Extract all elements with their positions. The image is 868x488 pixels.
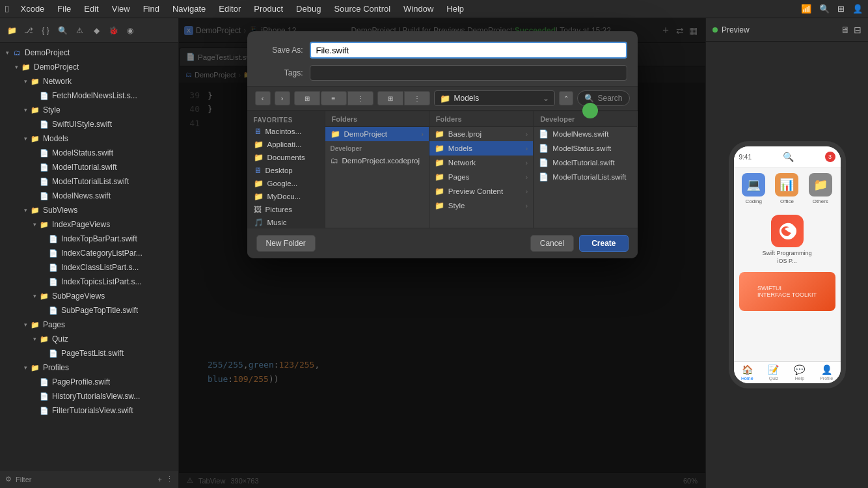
icon-view-button[interactable]: ⊞ [294, 91, 320, 105]
filename-input[interactable] [310, 42, 627, 59]
layout-icon[interactable]: ⊟ [854, 25, 861, 35]
sidebar-item-profiles[interactable]: ▾ 📁 Profiles [0, 360, 178, 375]
menu-help[interactable]: Help [441, 3, 469, 15]
sort-icon[interactable]: ⋮ [166, 475, 173, 483]
sidebar-item-quiz[interactable]: ▾ 📁 Quiz [0, 332, 178, 346]
search-icon[interactable]: 🔍 [819, 4, 830, 14]
location-selector[interactable]: 📁 Models ⌄ [434, 90, 556, 106]
location-label: Models [454, 94, 480, 103]
cancel-button[interactable]: Cancel [530, 235, 574, 252]
add-icon[interactable]: + [158, 476, 162, 483]
browser-item-documents[interactable]: 📁 Documents [247, 151, 325, 164]
new-folder-button[interactable]: New Folder [256, 235, 316, 252]
browser-file-modeltutorial[interactable]: 📄 ModelTutorial.swift [534, 156, 637, 170]
menu-xcode[interactable]: Xcode [15, 3, 49, 15]
source-control-icon[interactable]: ⎇ [22, 24, 35, 37]
sidebar-item-subviews[interactable]: ▾ 📁 SubViews [0, 203, 178, 217]
tags-input[interactable] [310, 65, 627, 81]
breakpoint-icon[interactable]: ◉ [124, 24, 137, 37]
device-icon[interactable]: 🖥 [841, 25, 850, 35]
dialog-browser: Favorites 🖥 Macintos... 📁 Applicati... 📁… [247, 111, 638, 228]
sidebar-item-subpagetop[interactable]: 📄 SubPageTopTitle.swift [0, 303, 178, 318]
search-icon[interactable]: 🔍 [56, 24, 69, 37]
file-icon: 📄 [48, 234, 59, 244]
folder-icon: 📁 [39, 219, 49, 230]
sidebar-item-modelstatus[interactable]: 📄 ModelStatus.swift [0, 146, 178, 160]
browser-file-modeltutoriallist[interactable]: 📄 ModelTutorialList.swift [534, 170, 637, 184]
menu-source-control[interactable]: Source Control [329, 3, 396, 15]
back-button[interactable]: ‹ [255, 91, 271, 105]
expand-button[interactable]: ⌃ [559, 91, 573, 105]
sidebar-item-filtertutorials[interactable]: 📄 FilterTutorialsView.swift [0, 403, 178, 418]
menu-view[interactable]: View [107, 3, 135, 15]
browser-file-demoproject[interactable]: 📁 DemoProject › [325, 127, 429, 141]
sidebar-item-indextopics[interactable]: 📄 IndexTopicsListPart.s... [0, 275, 178, 289]
sidebar-item-indexpageviews[interactable]: ▾ 📁 IndexPageViews [0, 217, 178, 232]
menu-find[interactable]: Find [138, 3, 165, 15]
sidebar-label: DemoProject [34, 62, 79, 72]
menu-window[interactable]: Window [398, 3, 439, 15]
chevron-right-icon: › [526, 145, 528, 152]
sidebar-item-pages[interactable]: ▾ 📁 Pages [0, 318, 178, 332]
debug-icon[interactable]: 🐞 [107, 24, 120, 37]
browser-file-modelnews[interactable]: 📄 ModelNews.swift [534, 127, 637, 141]
browser-item-desktop[interactable]: 🖥 Desktop [247, 164, 325, 177]
sidebar-item-subpageviews[interactable]: ▾ 📁 SubPageViews [0, 289, 178, 303]
menu-debug[interactable]: Debug [291, 3, 326, 15]
browser-item-macintos[interactable]: 🖥 Macintos... [247, 125, 325, 138]
user-icon[interactable]: 👤 [852, 4, 863, 14]
create-button[interactable]: Create [579, 235, 628, 252]
browser-file-label: ModelStatus.swift [552, 144, 611, 152]
sidebar-item-indextopbar[interactable]: 📄 IndexTopBarPart.swift [0, 232, 178, 246]
menu-edit[interactable]: Edit [79, 3, 103, 15]
sidebar-item-historytutorials[interactable]: 📄 HistoryTutorialsView.sw... [0, 389, 178, 403]
browser-file-previewcontent[interactable]: 📁 Preview Content › [429, 184, 533, 198]
grid-view-button[interactable]: ⊞ [377, 91, 403, 105]
sidebar-item-indexclass[interactable]: 📄 IndexClassListPart.s... [0, 260, 178, 275]
sidebar-item-fetchmodel[interactable]: 📄 FetchModelNewsList.s... [0, 88, 178, 103]
sidebar-item-models[interactable]: ▾ 📁 Models [0, 131, 178, 146]
browser-file-pages[interactable]: 📁 Pages › [429, 170, 533, 184]
menu-file[interactable]: File [52, 3, 76, 15]
browser-item-music[interactable]: 🎵 Music [247, 216, 325, 228]
control-center-icon[interactable]: ⊞ [837, 4, 845, 14]
list-view-button[interactable]: ≡ [321, 91, 347, 105]
sidebar-item-style[interactable]: ▾ 📁 Style [0, 103, 178, 117]
sidebar-label: HistoryTutorialsView.sw... [52, 392, 140, 401]
browser-item-pictures[interactable]: 🖼 Pictures [247, 203, 325, 216]
menu-editor[interactable]: Editor [213, 3, 246, 15]
browser-file-network[interactable]: 📁 Network › [429, 156, 533, 170]
sidebar-item-indexcategory[interactable]: 📄 IndexCategoryListPar... [0, 246, 178, 260]
browser-file-style[interactable]: 📁 Style › [429, 198, 533, 213]
file-icon: 📄 [48, 277, 59, 287]
forward-button[interactable]: › [275, 91, 290, 105]
browser-item-applicati[interactable]: 📁 Applicati... [247, 138, 325, 151]
sidebar-item-network[interactable]: ▾ 📁 Network [0, 74, 178, 88]
apple-menu[interactable]:  [5, 3, 8, 14]
browser-file-models[interactable]: 📁 Models › [429, 141, 533, 156]
sidebar-item-modeltutorial[interactable]: 📄 ModelTutorial.swift [0, 160, 178, 174]
share-button[interactable]: ⋮ [404, 91, 430, 105]
browser-item-label: Documents [267, 154, 305, 161]
folder-icon[interactable]: 📁 [5, 24, 18, 37]
dialog-action-buttons: Cancel Create [530, 235, 629, 252]
issue-icon[interactable]: ⚠ [73, 24, 86, 37]
sidebar-item-demoproject[interactable]: ▾ 📁 DemoProject [0, 60, 178, 74]
sidebar-item-modelnews[interactable]: 📄 ModelNews.swift [0, 189, 178, 203]
browser-file-xcodeproj[interactable]: 🗂 DemoProject.xcodeproj [325, 154, 429, 168]
browser-file-baselproj[interactable]: 📁 Base.lproj › [429, 127, 533, 141]
symbol-icon[interactable]: { } [39, 24, 52, 37]
menu-navigate[interactable]: Navigate [167, 3, 211, 15]
sidebar-item-modeltutoriallist[interactable]: 📄 ModelTutorialList.swift [0, 174, 178, 189]
browser-item-mydocu[interactable]: 📁 MyDocu... [247, 190, 325, 203]
sidebar-item-swiftuistyle[interactable]: 📄 SwiftUIStyle.swift [0, 117, 178, 131]
wifi-icon: 📶 [801, 4, 811, 14]
menu-product[interactable]: Product [249, 3, 288, 15]
browser-item-google[interactable]: 📁 Google... [247, 177, 325, 190]
browser-file-modelstatus[interactable]: 📄 ModelStatus.swift [534, 141, 637, 156]
test-icon[interactable]: ◆ [90, 24, 103, 37]
column-view-button[interactable]: ⋮ [347, 91, 373, 105]
sidebar-item-pagetestlist[interactable]: 📄 PageTestList.swift [0, 346, 178, 360]
sidebar-item-root[interactable]: ▾ 🗂 DemoProject [0, 46, 178, 60]
sidebar-item-pageprofile[interactable]: 📄 PageProfile.swift [0, 375, 178, 389]
